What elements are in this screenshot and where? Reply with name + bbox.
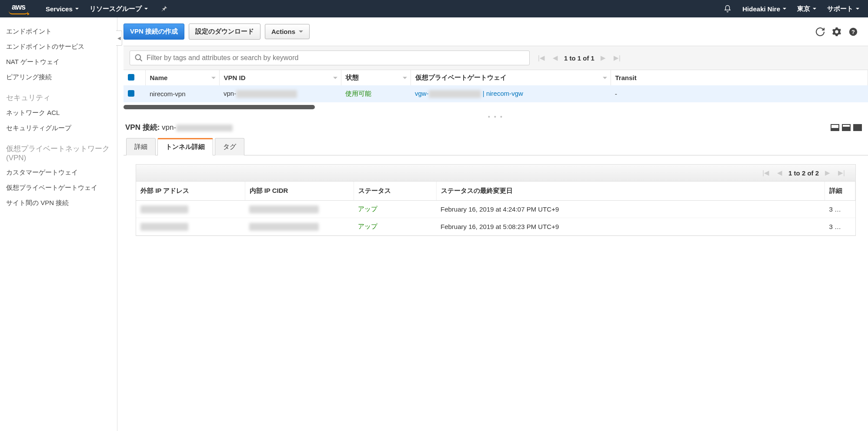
caret-down-icon: [75, 8, 79, 10]
svg-line-3: [140, 59, 142, 61]
layout-bottom-half-icon[interactable]: [842, 124, 851, 131]
redacted-value: [236, 90, 297, 98]
nav-services[interactable]: Services: [46, 5, 79, 13]
svg-text:?: ?: [851, 28, 855, 35]
sidebar-item-network-acl[interactable]: ネットワーク ACL: [3, 105, 114, 121]
actions-dropdown[interactable]: Actions: [265, 24, 310, 39]
notifications-icon[interactable]: [724, 5, 731, 13]
sidebar-item-security-groups[interactable]: セキュリティグループ: [3, 121, 114, 136]
main-content: VPN 接続の作成 設定のダウンロード Actions ?: [117, 17, 868, 431]
column-state[interactable]: 状態: [341, 70, 411, 85]
column-transit[interactable]: Transit: [611, 70, 868, 85]
redacted-value: [140, 223, 188, 231]
column-checkbox[interactable]: [124, 70, 145, 85]
column-outer-ip[interactable]: 外部 IP アドレス: [136, 182, 245, 201]
pager-first-icon: |◀: [761, 168, 771, 178]
redacted-value: [429, 90, 481, 98]
sidebar-item-endpoints[interactable]: エンドポイント: [3, 24, 114, 39]
tunnel-table: 外部 IP アドレス 内部 IP CIDR ステータス ステータスの最終変更日 …: [136, 182, 855, 236]
caret-down-icon: [299, 30, 303, 33]
cell-status: アップ: [354, 218, 436, 236]
sort-caret-icon: [403, 77, 407, 79]
redacted-value: [249, 223, 319, 231]
layout-bottom-small-icon[interactable]: [831, 124, 839, 131]
table-row[interactable]: アップ February 16, 2019 at 4:24:07 PM UTC+…: [136, 201, 855, 218]
cell-state: 使用可能: [341, 85, 411, 102]
sidebar-collapse-button[interactable]: ◀: [116, 30, 122, 46]
tunnel-details-panel: |◀ ◀ 1 to 2 of 2 ▶ ▶| 外部 IP アドレス 内部 IP C…: [124, 155, 868, 245]
horizontal-scrollbar[interactable]: [124, 105, 868, 109]
cell-details: 3 …: [825, 201, 855, 218]
tab-details[interactable]: 詳細: [126, 138, 156, 155]
detail-header: VPN 接続: vpn-: [124, 121, 868, 138]
pager-text: 1 to 1 of 1: [564, 54, 594, 62]
detail-tabs: 詳細 トンネル詳細 タグ: [124, 138, 868, 155]
help-icon[interactable]: ?: [847, 26, 859, 38]
cell-vpn-id: vpn-: [219, 85, 341, 102]
column-name[interactable]: Name: [145, 70, 219, 85]
caret-down-icon: [783, 8, 786, 10]
table-row[interactable]: アップ February 16, 2019 at 5:08:23 PM UTC+…: [136, 218, 855, 236]
redacted-value: [140, 205, 188, 213]
pager-next-icon: ▶: [823, 168, 832, 178]
column-vpn-id[interactable]: VPN ID: [219, 70, 341, 85]
table-row[interactable]: nirecom-vpn vpn- 使用可能 vgw- | nirecom-vgw…: [124, 85, 868, 102]
sort-caret-icon: [211, 77, 216, 79]
sidebar-item-customer-gateways[interactable]: カスタマーゲートウェイ: [3, 165, 114, 180]
pager-prev-icon: ◀: [775, 168, 784, 178]
redacted-value: [249, 205, 319, 213]
sidebar-item-virtual-private-gateways[interactable]: 仮想プライベートゲートウェイ: [3, 180, 114, 195]
cell-vgw: vgw- | nirecom-vgw: [411, 85, 611, 102]
tunnel-pager: |◀ ◀ 1 to 2 of 2 ▶ ▶|: [136, 165, 855, 182]
nav-resource-groups[interactable]: リソースグループ: [90, 5, 148, 13]
refresh-icon[interactable]: [814, 26, 826, 38]
cell-name: nirecom-vpn: [145, 85, 219, 102]
cell-status: アップ: [354, 201, 436, 218]
search-box[interactable]: [130, 51, 530, 65]
row-checkbox[interactable]: [128, 90, 134, 97]
caret-down-icon: [144, 8, 148, 10]
redacted-value: [176, 125, 233, 131]
pager-last-icon: ▶|: [612, 53, 622, 63]
panel-resize-handle[interactable]: ● ● ●: [124, 114, 868, 119]
sidebar-item-peering[interactable]: ピアリング接続: [3, 70, 114, 85]
nav-region[interactable]: 東京: [797, 5, 816, 13]
tab-tags[interactable]: タグ: [215, 138, 244, 155]
select-all-checkbox[interactable]: [128, 74, 134, 81]
svg-point-2: [136, 55, 141, 60]
tab-tunnel-details[interactable]: トンネル詳細: [157, 138, 213, 155]
pin-icon[interactable]: [161, 5, 167, 13]
column-status-change[interactable]: ステータスの最終変更日: [436, 182, 825, 201]
sidebar-heading-vpn: 仮想プライベートネットワーク (VPN): [3, 136, 114, 165]
cell-status-change: February 16, 2019 at 4:24:07 PM UTC+9: [436, 201, 825, 218]
settings-icon[interactable]: [831, 26, 843, 38]
scrollbar-thumb[interactable]: [124, 105, 315, 109]
column-vgw[interactable]: 仮想プライベートゲートウェイ: [411, 70, 611, 85]
sidebar-item-nat-gateways[interactable]: NAT ゲートウェイ: [3, 54, 114, 70]
nav-resource-groups-label: リソースグループ: [90, 5, 142, 13]
pager-first-icon: |◀: [536, 53, 547, 63]
nav-user-label: Hideaki Nire: [742, 5, 780, 13]
sort-caret-icon: [333, 77, 337, 79]
main-pager: |◀ ◀ 1 to 1 of 1 ▶ ▶|: [536, 53, 622, 63]
caret-down-icon: [813, 8, 816, 10]
sort-caret-icon: [603, 77, 607, 79]
download-config-button[interactable]: 設定のダウンロード: [189, 24, 260, 40]
layout-bottom-full-icon[interactable]: [853, 124, 862, 131]
aws-logo[interactable]: aws: [9, 3, 28, 14]
column-inner-cidr[interactable]: 内部 IP CIDR: [245, 182, 354, 201]
detail-title: VPN 接続: vpn-: [125, 122, 233, 132]
column-status[interactable]: ステータス: [354, 182, 436, 201]
cell-status-change: February 16, 2019 at 5:08:23 PM UTC+9: [436, 218, 825, 236]
search-icon: [134, 54, 143, 62]
cell-outer-ip: [136, 218, 245, 236]
cell-outer-ip: [136, 201, 245, 218]
sidebar-item-site-to-site-vpn[interactable]: サイト間の VPN 接続: [3, 195, 114, 211]
nav-user[interactable]: Hideaki Nire: [742, 5, 786, 13]
create-vpn-button[interactable]: VPN 接続の作成: [124, 24, 184, 40]
sidebar-item-endpoint-services[interactable]: エンドポイントのサービス: [3, 39, 114, 54]
cell-inner-cidr: [245, 218, 354, 236]
search-input[interactable]: [147, 54, 525, 62]
nav-support[interactable]: サポート: [827, 5, 859, 13]
column-details[interactable]: 詳細: [825, 182, 855, 201]
